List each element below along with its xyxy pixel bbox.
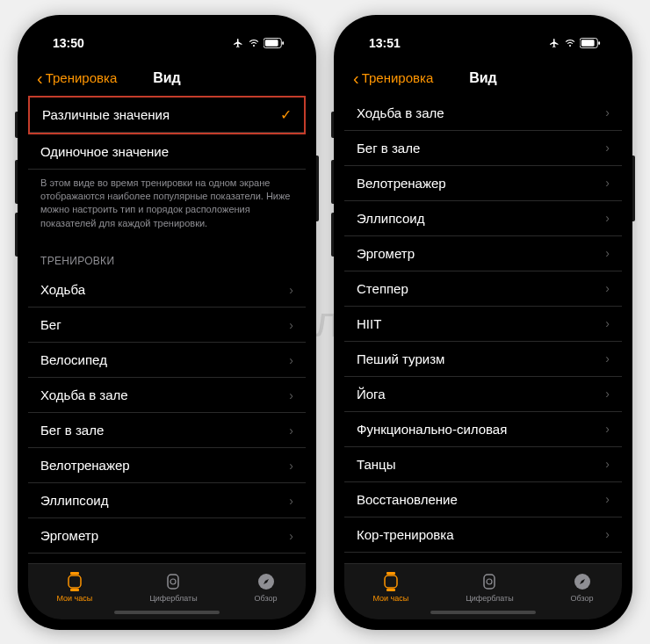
row-label: Функционально-силовая (357, 422, 507, 437)
chevron-right-icon: › (605, 281, 610, 295)
svg-rect-3 (70, 572, 79, 575)
row-label: Велотренажер (40, 458, 130, 473)
tab-my-watch[interactable]: Мои часы (56, 571, 92, 603)
list-item[interactable]: Бег в зале› (28, 413, 306, 448)
tab-discover[interactable]: Обзор (571, 571, 594, 603)
battery-icon (580, 38, 601, 48)
list-item[interactable]: Эргометр› (28, 518, 306, 554)
back-label: Тренировка (362, 70, 434, 85)
list-item[interactable]: Танцы› (344, 447, 622, 482)
list-item[interactable]: Велотренажер› (28, 448, 306, 483)
list-item[interactable]: Ходьба› (28, 272, 306, 308)
content-area[interactable]: Ходьба в зале› Бег в зале› Велотренажер›… (344, 96, 622, 563)
home-indicator[interactable] (430, 611, 536, 614)
row-label: Кор-тренировка (357, 527, 454, 542)
content-area[interactable]: Различные значения ✓ Одиночное значение … (28, 96, 306, 563)
row-label: Эргометр (357, 246, 415, 261)
chevron-right-icon: › (605, 141, 610, 155)
tab-label: Обзор (255, 594, 278, 603)
page-title: Вид (153, 70, 181, 86)
wifi-icon (248, 38, 260, 48)
chevron-right-icon: › (289, 494, 293, 508)
svg-rect-14 (386, 589, 395, 591)
chevron-right-icon: › (605, 422, 610, 436)
back-button[interactable]: ‹ Тренировка (353, 69, 433, 87)
compass-icon (572, 571, 593, 592)
svg-rect-12 (386, 572, 395, 575)
list-item[interactable]: Пеший туризм› (344, 342, 622, 377)
row-label: Ходьба в зале (357, 105, 444, 120)
tab-faces[interactable]: Циферблаты (149, 571, 198, 603)
watch-icon (380, 571, 401, 592)
svg-point-16 (487, 579, 492, 584)
chevron-left-icon: ‹ (353, 69, 359, 87)
tab-faces[interactable]: Циферблаты (466, 571, 514, 603)
faces-icon (162, 571, 184, 592)
list-item[interactable]: HIIT› (344, 307, 622, 342)
tab-label: Циферблаты (149, 594, 198, 603)
row-label: Бег в зале (357, 141, 420, 156)
tab-discover[interactable]: Обзор (255, 571, 278, 603)
list-item[interactable]: Велотренажер› (344, 166, 622, 201)
section-header: ТРЕНИРОВКИ (28, 242, 306, 272)
option-label: Одиночное значение (40, 144, 169, 159)
svg-rect-10 (581, 40, 595, 46)
list-item[interactable]: Ходьба в зале› (28, 378, 306, 413)
row-label: Бег (40, 317, 61, 332)
list-item[interactable]: Функционально-силовая› (344, 412, 622, 447)
list-item[interactable]: Ходьба в зале› (344, 96, 622, 131)
row-label: Эргометр (40, 528, 98, 543)
chevron-right-icon: › (605, 387, 610, 401)
svg-rect-4 (69, 575, 81, 588)
option-multi-values[interactable]: Различные значения ✓ (30, 98, 304, 133)
battery-icon (264, 38, 285, 48)
list-item[interactable]: Кор-тренировка› (344, 517, 622, 553)
watch-icon (64, 571, 85, 592)
svg-rect-2 (282, 41, 284, 45)
row-label: Йога (357, 387, 386, 402)
list-item[interactable]: Степпер› (28, 554, 306, 562)
tab-my-watch[interactable]: Мои часы (372, 571, 408, 603)
phone-left: 13:50 ‹ Тренировка Вид Различные значени… (18, 15, 316, 630)
compass-icon (256, 571, 277, 592)
faces-icon (479, 571, 500, 592)
chevron-right-icon: › (289, 353, 293, 367)
page-title: Вид (469, 70, 497, 86)
chevron-right-icon: › (605, 246, 610, 260)
svg-rect-11 (598, 41, 600, 45)
list-item[interactable]: Йога› (344, 377, 622, 412)
row-label: Эллипсоид (40, 493, 108, 508)
svg-rect-6 (168, 575, 178, 589)
list-item[interactable]: Восстановление› (344, 482, 622, 517)
list-item[interactable]: Велосипед› (28, 343, 306, 378)
list-item[interactable]: Другое› (344, 553, 622, 563)
chevron-right-icon: › (605, 492, 610, 506)
list-item[interactable]: Бег› (28, 308, 306, 343)
description-text: В этом виде во время тренировки на одном… (28, 170, 306, 243)
tab-label: Мои часы (372, 594, 408, 603)
chevron-right-icon: › (289, 423, 293, 438)
list-item[interactable]: Эргометр› (344, 236, 622, 271)
status-time: 13:51 (369, 36, 401, 50)
chevron-right-icon: › (289, 318, 293, 332)
row-label: Пеший туризм (357, 351, 444, 366)
list-item[interactable]: Степпер› (344, 271, 622, 307)
row-label: Степпер (357, 281, 408, 296)
option-single-value[interactable]: Одиночное значение (28, 134, 306, 170)
back-button[interactable]: ‹ Тренировка (37, 69, 117, 87)
list-item[interactable]: Эллипсоид› (28, 483, 306, 518)
wifi-icon (564, 38, 576, 48)
row-label: Велотренажер (357, 176, 446, 191)
chevron-right-icon: › (289, 529, 293, 543)
row-label: Танцы (357, 457, 396, 472)
back-label: Тренировка (46, 70, 118, 85)
checkmark-icon: ✓ (280, 106, 292, 123)
home-indicator[interactable] (114, 611, 220, 614)
tab-label: Мои часы (56, 594, 92, 603)
list-item[interactable]: Эллипсоид› (344, 201, 622, 236)
list-item[interactable]: Бег в зале› (344, 131, 622, 166)
status-time: 13:50 (53, 36, 84, 50)
row-label: Ходьба в зале (40, 387, 128, 402)
nav-bar: ‹ Тренировка Вид (28, 61, 306, 96)
svg-rect-1 (265, 40, 278, 46)
